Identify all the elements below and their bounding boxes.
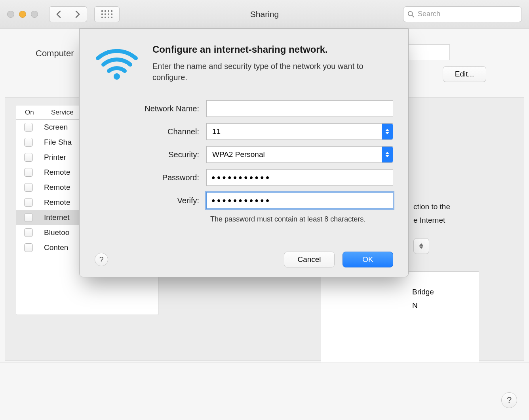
sheet-title: Configure an internet-sharing network. — [152, 44, 374, 55]
ok-button[interactable]: OK — [343, 252, 393, 267]
service-checkbox[interactable] — [24, 123, 33, 132]
search-input[interactable] — [418, 10, 518, 18]
select-arrows-icon — [382, 124, 393, 139]
svg-point-0 — [408, 11, 413, 15]
maximize-window-button[interactable] — [31, 11, 38, 18]
description-text-fragment: ction to the — [413, 202, 500, 211]
help-button[interactable]: ? — [95, 253, 108, 266]
back-button[interactable] — [49, 6, 68, 22]
select-arrows-icon — [382, 147, 393, 162]
minimize-window-button[interactable] — [19, 11, 26, 18]
channel-select[interactable]: 11 — [206, 123, 393, 140]
svg-line-1 — [412, 15, 414, 17]
service-checkbox[interactable] — [24, 228, 33, 237]
nav-buttons — [49, 6, 87, 22]
show-all-preferences-button[interactable] — [94, 6, 120, 22]
verify-label: Verify: — [95, 196, 206, 205]
help-button[interactable]: ? — [501, 392, 517, 408]
service-label: Bluetoo — [44, 228, 69, 237]
service-label: Remote — [44, 168, 70, 177]
password-hint: The password must contain at least 8 cha… — [210, 215, 393, 223]
grid-icon — [101, 10, 112, 18]
verify-input[interactable]: ●●●●●●●●●●● — [206, 192, 393, 209]
port-list: BridgeN — [321, 271, 479, 367]
service-label: Printer — [44, 153, 66, 162]
channel-label: Channel: — [95, 127, 206, 136]
service-checkbox[interactable] — [24, 198, 33, 207]
titlebar: Sharing — [0, 0, 529, 29]
service-label: Conten — [44, 243, 68, 252]
service-label: Remote — [44, 198, 70, 207]
security-select[interactable]: WPA2 Personal — [206, 146, 393, 163]
edit-button[interactable]: Edit... — [443, 66, 486, 82]
service-checkbox[interactable] — [24, 243, 33, 252]
stepper-down-icon — [419, 246, 423, 249]
footer: ? — [0, 363, 529, 420]
computer-name-label: Computer — [36, 48, 74, 59]
channel-value: 11 — [212, 127, 221, 136]
password-label: Password: — [95, 173, 206, 182]
search-box[interactable] — [403, 6, 522, 22]
cancel-button[interactable]: Cancel — [284, 252, 335, 267]
stepper-up-icon — [419, 243, 423, 246]
service-label: File Sha — [44, 138, 72, 147]
stepper[interactable] — [413, 238, 429, 254]
service-label: Screen — [44, 123, 68, 132]
service-checkbox[interactable] — [24, 153, 33, 162]
wifi-icon — [95, 44, 139, 80]
security-label: Security: — [95, 150, 206, 159]
port-row[interactable]: N — [321, 299, 479, 312]
configure-sheet: Configure an internet-sharing network. E… — [79, 29, 409, 277]
network-name-label: Network Name: — [95, 104, 206, 113]
computer-name-field[interactable] — [402, 44, 450, 60]
service-checkbox[interactable] — [24, 213, 33, 222]
search-icon — [407, 11, 415, 18]
traffic-lights — [7, 11, 38, 18]
password-input[interactable]: ●●●●●●●●●●● — [206, 169, 393, 186]
service-checkbox[interactable] — [24, 138, 33, 147]
chevron-left-icon — [56, 10, 61, 18]
column-on[interactable]: On — [16, 105, 47, 119]
service-label: Remote — [44, 183, 70, 192]
port-row[interactable]: Bridge — [321, 285, 479, 299]
close-window-button[interactable] — [7, 11, 14, 18]
chevron-right-icon — [75, 10, 80, 18]
svg-point-2 — [114, 73, 120, 80]
sheet-form: Network Name: Channel: 11 Security: WPA2… — [95, 100, 393, 223]
service-label: Internet — [44, 213, 69, 222]
sheet-subtitle: Enter the name and security type of the … — [152, 61, 374, 83]
security-value: WPA2 Personal — [212, 150, 265, 159]
network-name-input[interactable] — [206, 100, 393, 117]
service-checkbox[interactable] — [24, 183, 33, 192]
description-text-fragment: e Internet — [413, 216, 445, 225]
service-checkbox[interactable] — [24, 168, 33, 177]
forward-button[interactable] — [68, 6, 87, 22]
